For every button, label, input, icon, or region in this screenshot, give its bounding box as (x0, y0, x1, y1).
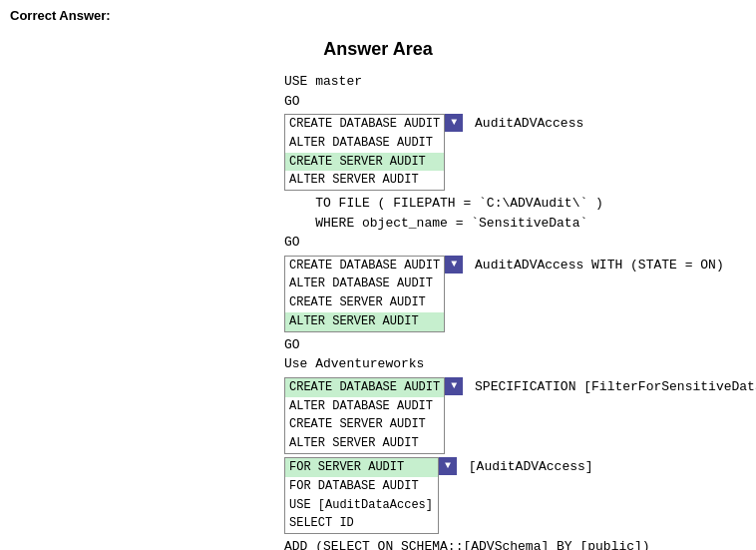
after-dropdown-3: SPECIFICATION [FilterForSensitiveData] (463, 377, 756, 397)
dropdown-2-wrapper: CREATE DATABASE AUDIT ALTER DATABASE AUD… (284, 256, 463, 332)
dd1-opt1[interactable]: CREATE DATABASE AUDIT (285, 115, 444, 134)
code-add: ADD (SELECT ON SCHEMA::[ADVSchema] BY [p… (284, 537, 746, 550)
code-go-3: GO (284, 335, 746, 355)
dropdown-row-4: FOR SERVER AUDIT FOR DATABASE AUDIT USE … (284, 457, 746, 534)
after-dropdown-2: AuditADVAccess WITH (STATE = ON) (463, 256, 723, 275)
dd2-opt4[interactable]: ALTER SERVER AUDIT (285, 312, 444, 331)
dropdown-4-arrow[interactable]: ▼ (439, 457, 457, 475)
dropdown-3-wrapper: CREATE DATABASE AUDIT ALTER DATABASE AUD… (284, 377, 463, 454)
code-use-aw: Use Adventureworks (284, 354, 746, 374)
dropdown-2[interactable]: CREATE DATABASE AUDIT ALTER DATABASE AUD… (284, 256, 445, 332)
dropdown-row-1: CREATE DATABASE AUDIT ALTER DATABASE AUD… (284, 114, 746, 191)
dd3-opt2[interactable]: ALTER DATABASE AUDIT (285, 397, 444, 416)
dropdown-2-arrow[interactable]: ▼ (445, 256, 463, 274)
code-go-2: GO (284, 233, 746, 253)
dropdown-3[interactable]: CREATE DATABASE AUDIT ALTER DATABASE AUD… (284, 377, 445, 454)
dd1-opt4[interactable]: ALTER SERVER AUDIT (285, 171, 444, 190)
dropdown-1-arrow[interactable]: ▼ (445, 114, 463, 132)
dd4-opt4[interactable]: SELECT ID (285, 514, 438, 533)
code-use-master: USE master (284, 72, 746, 92)
dropdown-row-3: CREATE DATABASE AUDIT ALTER DATABASE AUD… (284, 377, 746, 454)
code-where: WHERE object_name = `SensitiveData` (284, 214, 746, 234)
correct-answer-label: Correct Answer: (0, 0, 756, 31)
dd4-opt3[interactable]: USE [AuditDataAcces] (285, 496, 438, 515)
dropdown-4[interactable]: FOR SERVER AUDIT FOR DATABASE AUDIT USE … (284, 457, 439, 534)
dd3-opt1[interactable]: CREATE DATABASE AUDIT (285, 378, 444, 397)
dd2-opt3[interactable]: CREATE SERVER AUDIT (285, 293, 444, 312)
code-go-1: GO (284, 92, 746, 112)
dd4-opt1[interactable]: FOR SERVER AUDIT (285, 458, 438, 477)
code-tofile: TO FILE ( FILEPATH = `C:\ADVAudit\` ) (284, 194, 746, 214)
dd4-opt2[interactable]: FOR DATABASE AUDIT (285, 477, 438, 496)
dropdown-4-wrapper: FOR SERVER AUDIT FOR DATABASE AUDIT USE … (284, 457, 457, 534)
dd3-opt4[interactable]: ALTER SERVER AUDIT (285, 434, 444, 453)
dropdown-3-arrow[interactable]: ▼ (445, 377, 463, 395)
dropdown-1[interactable]: CREATE DATABASE AUDIT ALTER DATABASE AUD… (284, 114, 445, 191)
dd2-opt1[interactable]: CREATE DATABASE AUDIT (285, 257, 444, 275)
dd1-opt3[interactable]: CREATE SERVER AUDIT (285, 153, 444, 172)
dropdown-1-wrapper: CREATE DATABASE AUDIT ALTER DATABASE AUD… (284, 114, 463, 191)
after-dropdown-1: AuditADVAccess (463, 114, 583, 134)
dropdown-row-2: CREATE DATABASE AUDIT ALTER DATABASE AUD… (284, 256, 746, 332)
dd3-opt3[interactable]: CREATE SERVER AUDIT (285, 415, 444, 434)
after-dropdown-4: [AuditADVAccess] (457, 457, 593, 477)
dd1-opt2[interactable]: ALTER DATABASE AUDIT (285, 134, 444, 153)
answer-area-title: Answer Area (0, 31, 756, 72)
dd2-opt2[interactable]: ALTER DATABASE AUDIT (285, 275, 444, 293)
